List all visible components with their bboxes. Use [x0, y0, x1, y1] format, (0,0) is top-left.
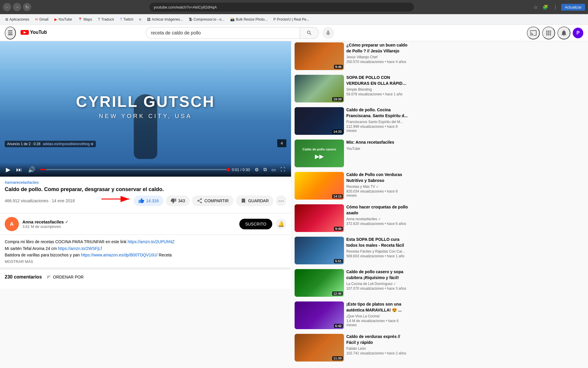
- sort-button[interactable]: ORDENAR POR: [46, 275, 83, 279]
- like-icon: [138, 198, 144, 204]
- miniplayer-button[interactable]: ⧉: [262, 166, 268, 173]
- ad-info: Anuncio 1 de 2 · 0:28 adidas.es/impossib…: [5, 141, 96, 147]
- sidebar-views: 107.070 visualizaciones • hace 3 años: [346, 286, 408, 291]
- sidebar-channel-name: Simple Blending: [346, 87, 408, 92]
- more-options-button[interactable]: ⋯: [276, 195, 286, 206]
- notifications-button[interactable]: [557, 26, 570, 39]
- play-button[interactable]: ▶: [5, 165, 11, 174]
- sidebar-views: 250.570 visualizaciones • hace 4 años: [346, 60, 408, 64]
- channel-avatar[interactable]: A: [5, 217, 19, 231]
- maps-bookmark[interactable]: 📍 Maps: [76, 16, 94, 23]
- back-button[interactable]: ←: [3, 3, 11, 11]
- maps-icon: 📍: [78, 17, 82, 21]
- sidebar-video-item[interactable]: 12:46 Caldo de pollo casero y sopa cubit…: [293, 268, 409, 298]
- desc-link-2[interactable]: https://amzn.to/2WSFjLf: [58, 246, 102, 251]
- sidebar-video-item[interactable]: Caldo de pollo casero ▶▶ Mix: Anna recet…: [293, 138, 409, 168]
- gmail-bookmark[interactable]: ✉ Gmail: [33, 16, 51, 23]
- cast-icon: [530, 29, 537, 37]
- mic-icon: [325, 30, 331, 36]
- achicar-icon: 🖼: [147, 17, 151, 21]
- achicar-bookmark[interactable]: 🖼 Achicar Imágenes...: [145, 16, 185, 23]
- translate-bookmark[interactable]: T Traducir: [96, 16, 116, 23]
- volume-button[interactable]: 🔊: [27, 165, 36, 174]
- n-bookmark[interactable]: n: [137, 16, 144, 23]
- extensions-icon[interactable]: 🧩: [541, 3, 549, 11]
- yt-header: ☰ YouTube ES P: [0, 25, 588, 41]
- sidebar-video-item[interactable]: 14:15 Caldo de Pollo con Verduras Nutrit…: [293, 171, 409, 201]
- bulk-resize-bookmark[interactable]: 📸 Bulk Resize Photo...: [228, 16, 270, 23]
- forward-button[interactable]: →: [13, 3, 21, 11]
- desc-link-1[interactable]: https://amzn.to/2UPUhNZ: [128, 239, 175, 244]
- menu-button[interactable]: ☰: [5, 26, 16, 39]
- search-input[interactable]: [146, 30, 300, 36]
- video-sub-title: NEW YORK CITY, USA: [76, 113, 215, 120]
- like-button[interactable]: 14.316: [134, 195, 163, 206]
- next-button[interactable]: ⏭: [15, 165, 23, 174]
- compressor-bookmark[interactable]: 🗜 Compressor.io - o...: [186, 16, 227, 23]
- cast-button[interactable]: [527, 26, 540, 39]
- menu-icon[interactable]: ⋮: [552, 3, 559, 11]
- sidebar-video-title: ¡Este tipo de platos son una auténtica M…: [346, 301, 408, 313]
- channel-section: A Anna recetasfaciles ✓ 3,61 M de suscri…: [0, 213, 291, 235]
- progress-bar[interactable]: [40, 169, 228, 170]
- progress-dot: [227, 168, 230, 171]
- desc-link-3[interactable]: https://www.amazon.es/dp/B00TDQV10U/: [81, 253, 158, 257]
- sidebar-video-item[interactable]: 19:30 SOPA DE POLLO CON VERDURAS EN OLLA…: [293, 74, 409, 104]
- video-player[interactable]: CYRILL GUTSCH NEW YORK CITY, USA Anuncio…: [0, 41, 291, 177]
- sidebar-video-item[interactable]: 11:30 Caldo de verduras exprés // Fácil …: [293, 333, 409, 363]
- sidebar-video-item[interactable]: 9:46 ¿Cómo preparar un buen caldo de Pol…: [293, 41, 409, 71]
- gmail-icon: ✉: [35, 17, 38, 21]
- time-display: 0:01 / 0:30: [232, 168, 250, 172]
- bell-button[interactable]: 🔔: [276, 219, 286, 229]
- sort-icon: [46, 275, 51, 279]
- sidebar-video-title: Caldo de pollo. Cocina Franciscana. Sant…: [346, 107, 408, 119]
- yt-header-right: P: [527, 26, 583, 39]
- subscribe-button[interactable]: SUSCRITO: [239, 219, 272, 229]
- twitch-bookmark[interactable]: T Twitch: [118, 16, 136, 23]
- sidebar-video-title: Caldo de verduras exprés // Fácil y rápi…: [346, 334, 408, 345]
- sidebar-video-title: Mix: Anna recetasfaciles: [346, 140, 408, 145]
- yt-search-container: [146, 27, 334, 39]
- channel-tag[interactable]: #annarecetasfaciles: [5, 180, 286, 185]
- sidebar-views: 569.603 visualizaciones • hace 1 año: [346, 254, 408, 258]
- yt-logo[interactable]: YouTube ES: [21, 29, 47, 37]
- sidebar-video-item[interactable]: 14:33 Caldo de pollo. Cocina Franciscana…: [293, 106, 409, 136]
- verified-icon: ✓: [65, 220, 69, 224]
- channel-details: Anna recetasfaciles ✓ 3,61 M de suscript…: [22, 219, 236, 229]
- fullscreen-button[interactable]: ⛶: [279, 166, 286, 173]
- theater-button[interactable]: ▭: [270, 166, 277, 174]
- comments-section: 230 comentarios ORDENAR POR: [0, 267, 291, 289]
- youtube-bookmark[interactable]: ▶ YouTube: [52, 16, 74, 23]
- refresh-button[interactable]: ↻: [23, 3, 31, 11]
- share-button[interactable]: COMPARTIR: [192, 195, 233, 206]
- sidebar-video-item[interactable]: 9:40 Cómo hacer croquetas de pollo asado…: [293, 203, 409, 233]
- bulk-resize-icon: 📸: [230, 17, 235, 21]
- proctoru-bookmark[interactable]: P ProctorU | Real Pe...: [271, 16, 312, 23]
- sidebar-video-title: ¿Cómo preparar un buen caldo de Pollo ? …: [346, 42, 408, 54]
- apps-icon: ⊞: [5, 17, 8, 21]
- update-button[interactable]: Actualizar: [561, 4, 585, 11]
- dislike-icon: [171, 198, 176, 204]
- show-more-button[interactable]: MOSTRAR MÁS: [5, 259, 33, 264]
- mic-button[interactable]: [322, 27, 334, 39]
- save-button[interactable]: GUARDAR: [236, 195, 273, 206]
- video-title: Caldo de pollo. Como preparar, desgrasar…: [5, 186, 286, 193]
- sidebar-video-item[interactable]: 6:42 ¡Este tipo de platos son una autént…: [293, 300, 409, 330]
- apps-button[interactable]: ⊞ Aplicaciones: [3, 16, 31, 23]
- avatar[interactable]: P: [573, 28, 583, 38]
- dislike-button[interactable]: 343: [166, 195, 190, 206]
- subscriber-count: 3,61 M de suscriptores: [22, 224, 236, 229]
- address-bar[interactable]: youtube.com/watch?v=AkICy82dHqA: [149, 3, 414, 11]
- sidebar-views: 1,6 M de visualizaciones • hace 6 meses: [346, 319, 408, 327]
- settings-button[interactable]: ⚙: [253, 166, 260, 174]
- sidebar-video-item[interactable]: 5:51 Esta SOPA DE POLLO cura todos los m…: [293, 236, 409, 266]
- sidebar-video-title: SOPA DE POLLO CON VERDURAS EN OLLA RÁPID…: [346, 75, 408, 86]
- sidebar-views: 212.999 visualizaciones • hace 9 meses: [346, 125, 408, 133]
- sidebar-channel-name: Jesús Villarejo Chef: [346, 55, 408, 59]
- search-button[interactable]: [300, 27, 319, 39]
- sidebar-channel-name: ¡Que Viva La Cocina!: [346, 314, 408, 318]
- apps-grid-button[interactable]: [542, 26, 555, 39]
- grid-icon: [545, 29, 552, 37]
- youtube-bm-icon: ▶: [54, 17, 57, 21]
- comments-count: 230 comentarios: [5, 274, 42, 280]
